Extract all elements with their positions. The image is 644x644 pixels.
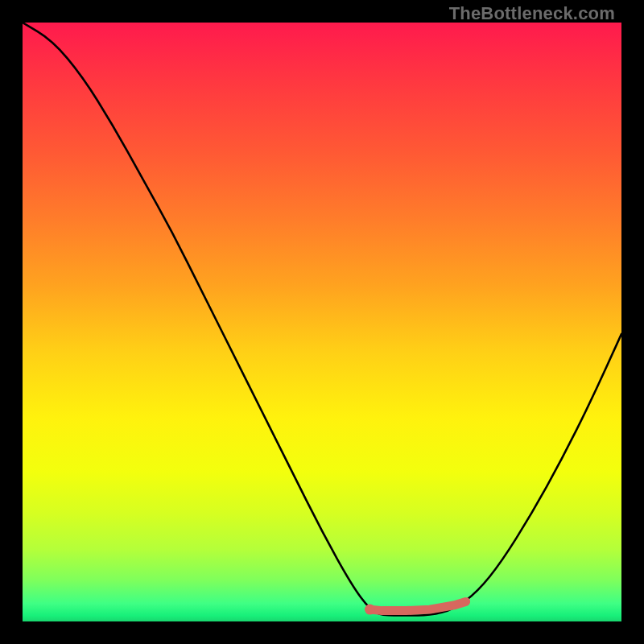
watermark-text: TheBottleneck.com [449,3,615,24]
plot-area [23,23,621,621]
bottleneck-curve-path [23,23,621,616]
min-point-marker [365,605,375,615]
recommended-range-path [370,601,466,610]
chart-svg [23,23,621,621]
chart-frame [23,23,621,621]
